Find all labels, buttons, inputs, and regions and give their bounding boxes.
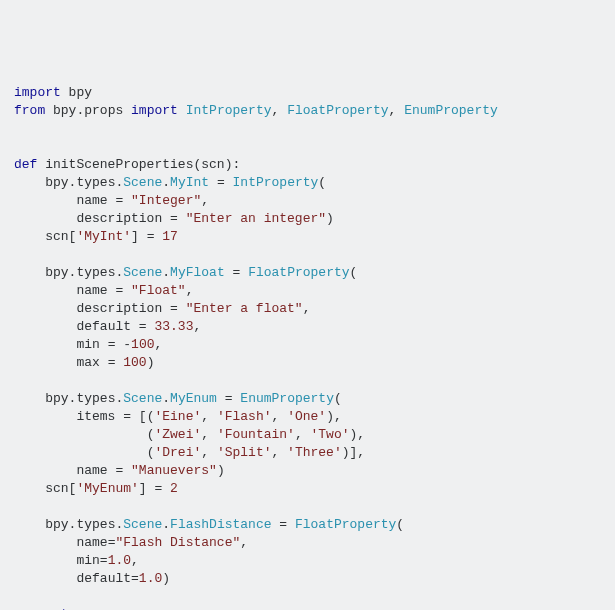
code-block: import bpy from bpy.props import IntProp… — [14, 84, 601, 610]
keyword-import: import — [131, 103, 178, 118]
submodule: props — [84, 103, 131, 118]
keyword-def: def — [14, 157, 37, 172]
function-name: initSceneProperties — [37, 157, 193, 172]
keyword-import: import — [14, 85, 61, 100]
class-name: EnumProperty — [404, 103, 498, 118]
param: scn — [201, 157, 224, 172]
module-name: bpy — [45, 103, 76, 118]
class-name: FloatProperty — [287, 103, 388, 118]
keyword-from: from — [14, 103, 45, 118]
class-name: IntProperty — [186, 103, 272, 118]
module-name: bpy — [61, 85, 92, 100]
